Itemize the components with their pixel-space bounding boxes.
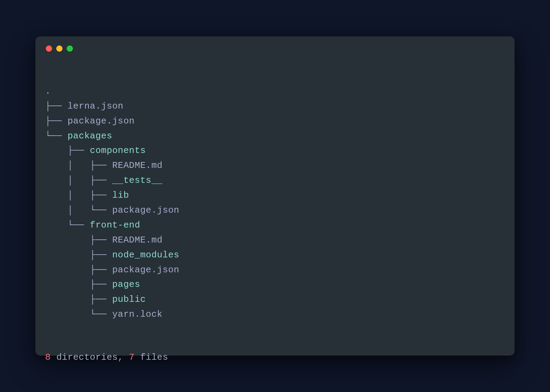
tree-entry: packages [67, 131, 112, 141]
tree-prefix: └── [45, 220, 90, 230]
tree-prefix: ├── [45, 101, 67, 111]
window-traffic-lights [45, 45, 505, 52]
tree-prefix: ├── [45, 235, 112, 245]
tree-prefix: ├── [45, 279, 112, 290]
tree-prefix: └── [45, 131, 67, 141]
tree-entry: package.json [112, 205, 179, 215]
tree-prefix: │ └── [45, 205, 112, 215]
minimize-button[interactable] [56, 45, 62, 52]
file-count: 7 [129, 352, 135, 363]
tree-body: ├── lerna.json ├── package.json └── pack… [45, 99, 505, 322]
tree-summary: 8 directories, 7 files [45, 350, 505, 365]
tree-entry: package.json [67, 116, 134, 126]
maximize-button[interactable] [67, 45, 73, 52]
tree-prefix: │ ├── [45, 160, 112, 171]
close-button[interactable] [46, 45, 52, 52]
tree-entry: lib [112, 190, 129, 201]
tree-prefix: │ ├── [45, 190, 112, 201]
tree-entry: README.md [112, 160, 162, 171]
tree-prefix: ├── [45, 145, 90, 156]
tree-entry: yarn.lock [112, 309, 162, 319]
tree-entry: lerna.json [67, 101, 123, 111]
tree-entry: README.md [112, 235, 162, 245]
tree-entry: node_modules [112, 250, 179, 260]
file-label: files [135, 352, 168, 363]
tree-root: . [45, 86, 51, 96]
tree-entry: front-end [90, 220, 140, 230]
tree-prefix: ├── [45, 294, 112, 305]
tree-prefix: ├── [45, 265, 112, 275]
tree-prefix: ├── [45, 116, 67, 126]
tree-prefix: ├── [45, 250, 112, 260]
tree-entry: components [90, 145, 146, 156]
tree-prefix: │ ├── [45, 175, 112, 186]
tree-entry: package.json [112, 265, 179, 275]
terminal-output: . ├── lerna.json ├── package.json └── pa… [45, 69, 505, 392]
tree-prefix: └── [45, 309, 112, 319]
dir-count: 8 [45, 352, 51, 363]
tree-entry: __tests__ [112, 175, 162, 186]
tree-entry: pages [112, 279, 140, 290]
terminal-window: . ├── lerna.json ├── package.json └── pa… [35, 36, 515, 356]
dir-label: directories, [51, 352, 129, 363]
tree-entry: public [112, 294, 146, 305]
